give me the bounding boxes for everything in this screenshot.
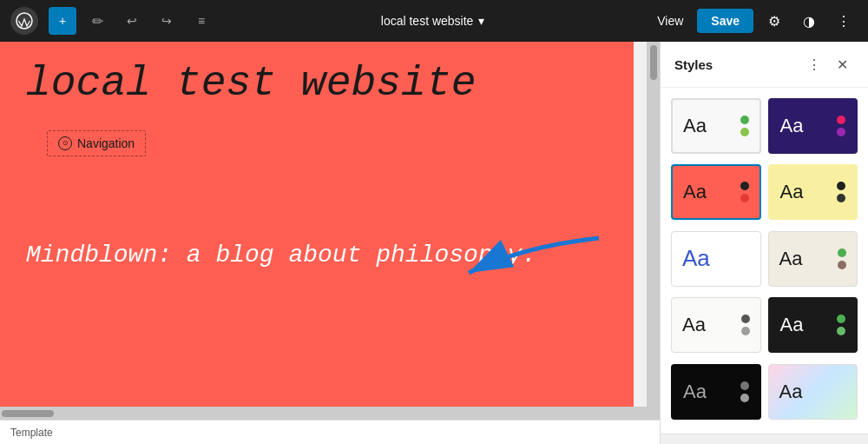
template-bar: Template — [0, 420, 660, 444]
style-card-black[interactable]: Aa — [671, 364, 761, 420]
style-card-white2[interactable]: Aa — [671, 297, 761, 353]
page-title-dropdown-icon: ▾ — [478, 14, 484, 28]
redo-button[interactable]: ↪ — [153, 7, 181, 35]
dot-1 — [741, 315, 750, 323]
style-aa-text: Aa — [683, 381, 707, 403]
vertical-scrollbar[interactable] — [647, 42, 660, 407]
dot-2 — [740, 194, 749, 202]
panel-header-icons: ⋮ ✕ — [802, 52, 854, 76]
site-tagline: Mindblown: a blog about philosophy. — [0, 169, 634, 281]
site-title: local test website — [0, 42, 634, 118]
style-card-beige[interactable]: Aa — [768, 231, 858, 287]
style-aa-text: Aa — [780, 181, 804, 203]
style-aa-text: Aa — [683, 115, 707, 137]
h-scrollbar-thumb — [2, 410, 54, 417]
style-card-white[interactable]: Aa — [671, 98, 761, 154]
more-button[interactable]: ⋮ — [830, 7, 858, 35]
style-card-blue-text[interactable]: Aa — [671, 231, 761, 287]
main-area: local test website ⊙ Navigation Mindblow… — [0, 42, 868, 444]
navigation-block[interactable]: ⊙ Navigation — [47, 130, 146, 156]
dot-2 — [838, 261, 846, 269]
canvas-scroll-area[interactable]: local test website ⊙ Navigation Mindblow… — [0, 42, 647, 407]
style-dots — [837, 315, 845, 335]
page-title: local test website — [381, 14, 474, 28]
dot-1 — [838, 249, 846, 257]
style-card-dark[interactable]: Aa — [768, 297, 858, 353]
style-card-red[interactable]: Aa — [671, 164, 761, 220]
style-card-pastel[interactable]: Aa — [768, 364, 858, 420]
style-dots — [740, 182, 749, 202]
dot-2 — [837, 194, 845, 202]
dot-1 — [837, 315, 845, 323]
navigation-label: Navigation — [77, 136, 135, 150]
panel-header: Styles ⋮ ✕ — [661, 42, 868, 88]
theme-button[interactable]: ◑ — [795, 7, 823, 35]
toolbar-right: View Save ⚙ ◑ ⋮ — [650, 7, 858, 35]
style-aa-text: Aa — [682, 245, 710, 272]
style-aa-text: Aa — [779, 248, 803, 270]
dot-2 — [740, 394, 749, 402]
wp-logo[interactable] — [10, 7, 38, 35]
dot-1 — [837, 116, 845, 124]
toolbar: + ✏ ↩ ↪ ≡ local test website ▾ View Save… — [0, 0, 868, 42]
list-button[interactable]: ≡ — [187, 7, 215, 35]
dot-2 — [837, 128, 845, 136]
wp-logo-icon — [16, 12, 33, 30]
style-aa-text: Aa — [682, 314, 706, 336]
undo-button[interactable]: ↩ — [118, 7, 146, 35]
panel-close-button[interactable]: ✕ — [830, 52, 854, 76]
settings-button[interactable]: ⚙ — [760, 7, 788, 35]
style-dots — [838, 249, 846, 269]
save-button[interactable]: Save — [697, 9, 753, 33]
page-preview: local test website ⊙ Navigation Mindblow… — [0, 42, 634, 407]
template-label: Template — [10, 427, 53, 439]
styles-grid: Aa Aa Aa — [661, 88, 868, 434]
add-button[interactable]: + — [49, 7, 76, 35]
style-aa-text: Aa — [683, 181, 707, 203]
dot-1 — [740, 116, 749, 124]
dot-1 — [740, 381, 749, 390]
style-dots — [837, 182, 845, 202]
scrollbar-thumb — [650, 45, 657, 80]
style-aa-text: Aa — [779, 381, 803, 403]
dot-2 — [741, 327, 750, 335]
panel-scrollbar[interactable] — [661, 434, 868, 444]
dot-1 — [740, 182, 749, 190]
canvas-container: local test website ⊙ Navigation Mindblow… — [0, 42, 660, 444]
dot-1 — [837, 182, 845, 190]
style-card-yellow[interactable]: Aa — [768, 164, 858, 220]
panel-title: Styles — [674, 57, 713, 72]
style-aa-text: Aa — [780, 314, 804, 336]
style-dots — [741, 315, 750, 335]
dot-2 — [740, 128, 749, 136]
pencil-button[interactable]: ✏ — [83, 7, 111, 35]
view-button[interactable]: View — [650, 10, 690, 31]
style-dots — [740, 116, 749, 136]
page-title-area[interactable]: local test website ▾ — [222, 14, 643, 28]
dot-2 — [837, 327, 845, 335]
style-dots — [740, 381, 749, 402]
panel-more-button[interactable]: ⋮ — [802, 52, 826, 76]
style-dots — [837, 116, 845, 136]
style-card-purple[interactable]: Aa — [768, 98, 858, 154]
horizontal-scrollbar[interactable] — [0, 407, 660, 420]
navigation-icon: ⊙ — [58, 136, 72, 150]
style-aa-text: Aa — [780, 115, 804, 137]
styles-panel: Styles ⋮ ✕ Aa Aa — [660, 42, 868, 444]
